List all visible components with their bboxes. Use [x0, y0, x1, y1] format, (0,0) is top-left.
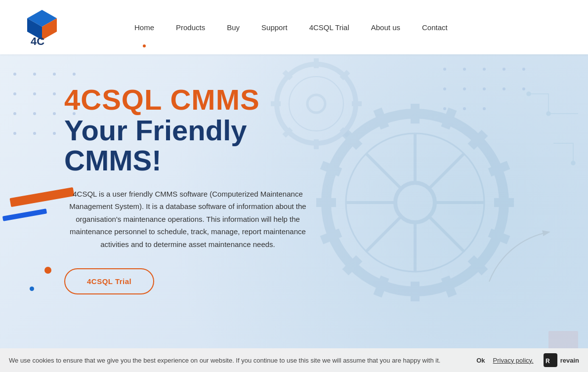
- hero-title-line1: 4CSQL CMMS: [64, 84, 341, 116]
- privacy-policy-link[interactable]: Privacy policy.: [493, 357, 534, 364]
- revain-badge: R revain: [544, 353, 579, 367]
- svg-line-57: [366, 216, 401, 251]
- revain-label: revain: [560, 357, 579, 364]
- nav-item-home[interactable]: Home: [124, 0, 165, 54]
- svg-line-56: [429, 154, 464, 189]
- cookie-message: We use cookies to ensure that we give yo…: [9, 357, 468, 364]
- revain-icon: R: [544, 353, 557, 367]
- dot-orange-decoration: [44, 267, 51, 274]
- nav-item-trial[interactable]: 4CSQL Trial: [298, 0, 360, 54]
- svg-point-71: [546, 112, 550, 116]
- svg-point-70: [527, 92, 531, 96]
- logo[interactable]: 4C: [20, 7, 104, 47]
- site-header: 4C Home Products Buy Support 4CSQL Trial…: [0, 0, 588, 54]
- nav-item-support[interactable]: Support: [251, 0, 298, 54]
- trial-cta-button[interactable]: 4CSQL Trial: [64, 268, 154, 294]
- hero-section: 4CSQL CMMS Your Friendly CMMS! 4CSQL is …: [0, 54, 588, 372]
- nav-item-buy[interactable]: Buy: [216, 0, 251, 54]
- cookie-ok-button[interactable]: Ok: [472, 355, 489, 366]
- hero-description: 4CSQL is a user friendly CMMS software (…: [64, 188, 311, 251]
- nav-item-products[interactable]: Products: [165, 0, 216, 54]
- main-nav: Home Products Buy Support 4CSQL Trial Ab…: [124, 0, 459, 54]
- svg-line-58: [429, 216, 464, 251]
- svg-line-55: [366, 154, 401, 189]
- hero-title-line2: Your Friendly: [64, 116, 341, 146]
- svg-text:4C: 4C: [31, 35, 44, 47]
- hero-content: 4CSQL CMMS Your Friendly CMMS! 4CSQL is …: [64, 84, 341, 294]
- cookie-banner: We use cookies to ensure that we give yo…: [0, 348, 588, 372]
- hero-title-line3: CMMS!: [64, 146, 341, 176]
- nav-item-contact[interactable]: Contact: [411, 0, 459, 54]
- dot-blue-decoration: [30, 287, 34, 291]
- svg-text:R: R: [546, 358, 550, 365]
- svg-point-72: [571, 161, 575, 165]
- nav-item-about[interactable]: About us: [360, 0, 411, 54]
